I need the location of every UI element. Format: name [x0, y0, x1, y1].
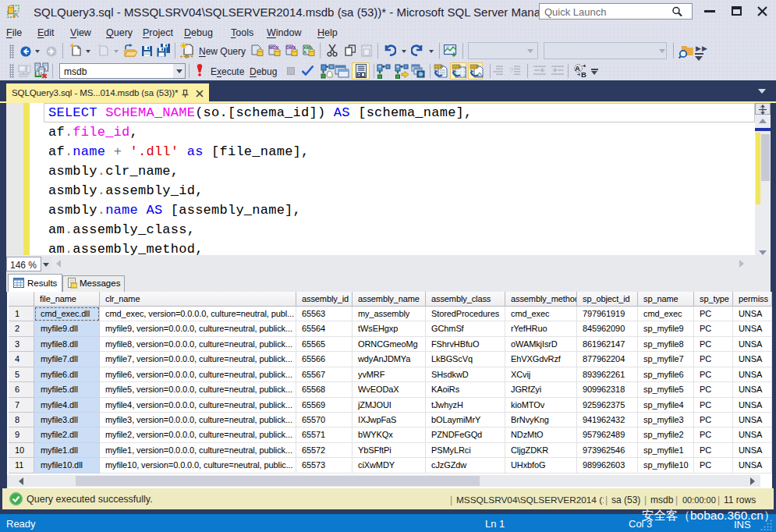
svg-text:1010: 1010	[471, 65, 480, 69]
svg-text:1010: 1010	[435, 65, 444, 69]
svg-text:A: A	[303, 50, 307, 55]
svg-text:?: ?	[509, 66, 513, 74]
svg-text:B: B	[581, 70, 586, 78]
svg-text:1010: 1010	[453, 65, 462, 69]
